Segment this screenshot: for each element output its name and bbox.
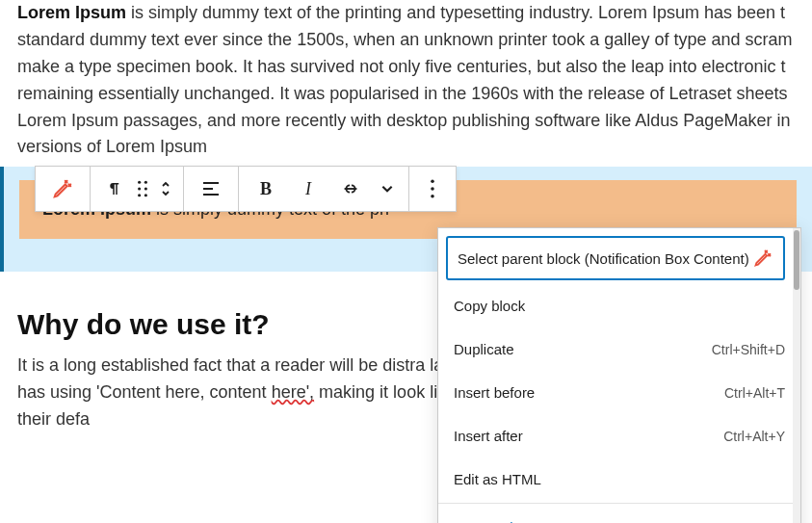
spellcheck-word[interactable]: here', — [272, 382, 314, 402]
block-type-button[interactable] — [41, 167, 84, 211]
bold-icon: B — [260, 179, 272, 199]
svg-point-4 — [138, 194, 141, 196]
menu-shortcut: Ctrl+Alt+T — [724, 385, 785, 401]
menu-label: Copy block — [454, 298, 525, 314]
pilcrow-icon — [105, 180, 122, 197]
svg-point-8 — [431, 195, 434, 198]
svg-point-3 — [144, 187, 147, 190]
block-toolbar: B I — [35, 166, 457, 212]
align-button[interactable] — [190, 167, 232, 211]
pencil-x-icon — [52, 178, 73, 199]
svg-point-0 — [138, 181, 141, 184]
menu-label: Insert after — [454, 428, 523, 444]
menu-label: Duplicate — [454, 341, 514, 357]
menu-label: Insert before — [454, 384, 535, 401]
drag-handle-icon — [136, 180, 149, 197]
more-options-button[interactable] — [415, 167, 450, 211]
svg-point-7 — [431, 187, 434, 191]
more-rich-text-button[interactable] — [372, 167, 403, 211]
menu-item-copy-block[interactable]: Copy block — [438, 284, 800, 327]
bold-button[interactable]: B — [245, 167, 287, 211]
svg-point-1 — [144, 181, 147, 184]
scrollbar-thumb[interactable] — [794, 230, 799, 290]
menu-scrollbar[interactable] — [793, 228, 800, 523]
menu-label: Select parent block (Notification Box Co… — [458, 250, 749, 267]
menu-item-copy-styles[interactable]: Copy styles — [438, 506, 800, 523]
kebab-icon — [430, 179, 435, 198]
menu-item-select-parent[interactable]: Select parent block (Notification Box Co… — [446, 236, 785, 280]
italic-button[interactable]: I — [287, 167, 329, 211]
chevron-down-icon — [380, 182, 394, 196]
svg-point-6 — [431, 179, 434, 183]
chevrons-vertical-icon — [160, 179, 171, 198]
menu-shortcut: Ctrl+Alt+Y — [723, 429, 785, 444]
menu-item-insert-before[interactable]: Insert before Ctrl+Alt+T — [438, 371, 800, 414]
block-options-menu: Select parent block (Notification Box Co… — [437, 227, 801, 523]
link-icon — [340, 182, 361, 196]
svg-point-2 — [138, 187, 141, 190]
menu-label: Copy styles — [454, 519, 529, 523]
align-icon — [201, 180, 221, 197]
italic-icon: I — [305, 179, 311, 199]
intro-text: is simply dummy text of the printing and… — [17, 3, 792, 156]
pencil-x-icon — [752, 248, 773, 269]
drag-handle-button[interactable] — [131, 167, 154, 211]
menu-label: Edit as HTML — [454, 471, 541, 487]
paragraph-button[interactable] — [96, 167, 131, 211]
svg-point-5 — [144, 194, 147, 196]
menu-divider — [438, 503, 800, 504]
menu-item-insert-after[interactable]: Insert after Ctrl+Alt+Y — [438, 414, 800, 458]
intro-paragraph: Lorem Ipsum is simply dummy text of the … — [0, 0, 812, 161]
move-up-down-button[interactable] — [154, 167, 177, 211]
menu-item-edit-html[interactable]: Edit as HTML — [438, 458, 800, 501]
link-button[interactable] — [329, 167, 372, 211]
intro-strong: Lorem Ipsum — [17, 3, 126, 22]
menu-shortcut: Ctrl+Shift+D — [712, 342, 785, 357]
menu-item-duplicate[interactable]: Duplicate Ctrl+Shift+D — [438, 327, 800, 371]
